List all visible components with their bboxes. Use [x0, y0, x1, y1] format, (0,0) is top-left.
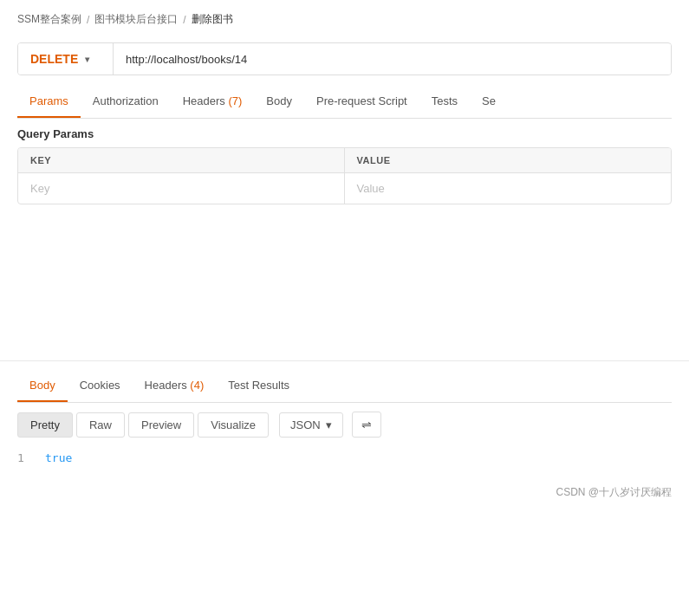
tab-tests[interactable]: Tests	[419, 86, 470, 118]
tab-pre-request-script[interactable]: Pre-request Script	[304, 86, 419, 118]
tab-headers[interactable]: Headers (7)	[171, 86, 255, 118]
format-type-label: JSON	[290, 418, 321, 431]
params-table-header: KEY VALUE	[18, 148, 671, 173]
breadcrumb-item-1[interactable]: SSM整合案例	[17, 12, 81, 27]
word-wrap-button[interactable]: ⇌	[352, 412, 381, 438]
col-header-key: KEY	[18, 148, 345, 172]
section-divider	[0, 360, 689, 361]
watermark: CSDN @十八岁讨厌编程	[0, 473, 689, 512]
format-pretty-button[interactable]: Pretty	[17, 412, 73, 438]
url-input[interactable]	[114, 44, 671, 75]
format-preview-button[interactable]: Preview	[128, 412, 194, 438]
format-raw-button[interactable]: Raw	[76, 412, 125, 438]
response-format-bar: Pretty Raw Preview Visualize JSON ▾ ⇌	[0, 403, 689, 446]
breadcrumb-sep-2: /	[183, 14, 185, 26]
chevron-down-icon: ▾	[85, 55, 89, 64]
format-type-select[interactable]: JSON ▾	[279, 412, 343, 438]
query-params-title: Query Params	[0, 119, 689, 147]
request-bar: DELETE ▾	[17, 42, 672, 75]
line-number: 1	[17, 451, 31, 464]
params-table: KEY VALUE Key Value	[17, 147, 672, 204]
col-header-value: VALUE	[345, 148, 672, 172]
method-dropdown[interactable]: DELETE ▾	[18, 43, 114, 75]
response-line-1: 1 true	[17, 451, 672, 464]
tab-body[interactable]: Body	[254, 86, 304, 118]
response-body: 1 true	[0, 446, 689, 473]
table-row: Key Value	[18, 173, 671, 204]
key-placeholder-text: Key	[30, 182, 49, 195]
response-tab-body[interactable]: Body	[17, 370, 68, 402]
format-visualize-button[interactable]: Visualize	[198, 412, 269, 438]
request-tabs: Params Authorization Headers (7) Body Pr…	[17, 86, 672, 119]
response-tab-headers[interactable]: Headers (4)	[133, 370, 217, 402]
tab-settings[interactable]: Se	[470, 86, 508, 118]
chevron-down-icon: ▾	[326, 418, 332, 431]
tab-authorization[interactable]: Authorization	[81, 86, 171, 118]
breadcrumb: SSM整合案例 / 图书模块后台接口 / 删除图书	[0, 0, 689, 36]
wrap-icon: ⇌	[361, 418, 372, 431]
breadcrumb-sep-1: /	[87, 14, 89, 26]
tab-params[interactable]: Params	[17, 86, 81, 118]
breadcrumb-item-3: 删除图书	[192, 12, 233, 27]
value-placeholder-text: Value	[357, 182, 385, 195]
key-input-placeholder[interactable]: Key	[18, 173, 345, 204]
line-value: true	[45, 451, 72, 464]
response-tab-cookies[interactable]: Cookies	[68, 370, 133, 402]
value-input-placeholder[interactable]: Value	[345, 173, 672, 204]
method-label: DELETE	[30, 52, 78, 66]
response-tabs: Body Cookies Headers (4) Test Results	[17, 370, 672, 403]
breadcrumb-item-2[interactable]: 图书模块后台接口	[94, 12, 178, 27]
response-tab-test-results[interactable]: Test Results	[216, 370, 302, 402]
